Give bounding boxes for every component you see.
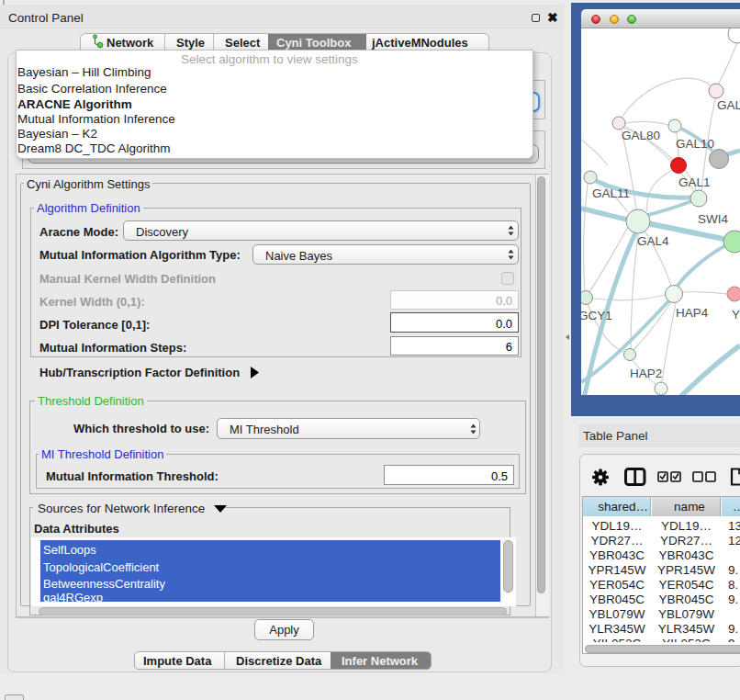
svg-text:GAL1: GAL1 xyxy=(678,175,711,189)
svg-text:GAL80: GAL80 xyxy=(622,129,660,142)
svg-text:GCY1: GCY1 xyxy=(581,309,612,322)
svg-text:SWI4: SWI4 xyxy=(698,212,728,226)
svg-text:GAL11: GAL11 xyxy=(592,186,630,200)
svg-text:HAP2: HAP2 xyxy=(630,367,662,380)
svg-text:Y: Y xyxy=(732,308,740,322)
svg-text:HAP4: HAP4 xyxy=(676,306,709,320)
svg-text:GAL8: GAL8 xyxy=(717,98,740,112)
svg-text:GAL10: GAL10 xyxy=(676,137,714,151)
svg-text:GAL4: GAL4 xyxy=(637,234,669,248)
